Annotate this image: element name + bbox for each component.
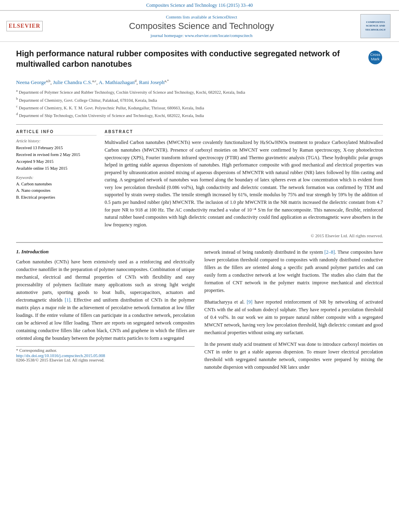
journal-ref-text: Composites Science and Technology 116 (2… bbox=[146, 2, 253, 8]
svg-text:Mark: Mark bbox=[371, 57, 379, 61]
affil-c: c Department of Chemistry, K. K. T. M. G… bbox=[16, 104, 383, 111]
footnote-area: * Corresponding author. http://dx.doi.or… bbox=[16, 346, 195, 362]
journal-title-block: Contents lists available at ScienceDirec… bbox=[47, 14, 356, 38]
body-two-col: 1. Introduction Carbon nanotubes (CNTs) … bbox=[16, 249, 383, 375]
abstract-section: ABSTRACT Multiwalled Carbon nanotubes (M… bbox=[105, 129, 383, 238]
body-paragraph-3: Bhattacharyya et al. [9] have reported r… bbox=[204, 298, 383, 337]
body-paragraph-2: network instead of being randomly distri… bbox=[204, 249, 383, 294]
crossmark-container: Cross Mark bbox=[368, 50, 383, 67]
author-1: Neena George bbox=[16, 79, 46, 85]
authors-line: Neena Georgea,b, Julie Chandra C.S.a,c, … bbox=[16, 79, 383, 86]
main-content: Cross Mark High performance natural rubb… bbox=[0, 42, 399, 382]
keyword-2: A. Nano composites bbox=[16, 187, 97, 194]
date-online: Available online 15 May 2015 bbox=[16, 165, 97, 172]
date-accepted: Accepted 9 May 2015 bbox=[16, 158, 97, 165]
abstract-heading: ABSTRACT bbox=[105, 129, 383, 136]
keyword-3: B. Electrical properties bbox=[16, 194, 97, 201]
doi-link: http://dx.doi.org/10.1016/j.compscitech.… bbox=[16, 353, 195, 358]
affil-d: d Department of Ship Technology, Cochin … bbox=[16, 111, 383, 119]
article-info-abstract: ARTICLE INFO Article history: Received 1… bbox=[16, 124, 383, 238]
elsevier-brand: ELSEVIER bbox=[8, 23, 41, 29]
corresponding-author-note: * Corresponding author. bbox=[16, 348, 195, 353]
journal-logo-image: COMPOSITESSCIENCE ANDTECHNOLOGY bbox=[360, 14, 391, 38]
journal-logo-right: COMPOSITESSCIENCE ANDTECHNOLOGY bbox=[360, 14, 393, 38]
date-revised: Received in revised form 2 May 2015 bbox=[16, 152, 97, 158]
article-dates: Received 13 February 2015 Received in re… bbox=[16, 145, 97, 172]
copyright-line: © 2015 Elsevier Ltd. All rights reserved… bbox=[105, 232, 383, 238]
keywords: A. Carbon nanotubes A. Nano composites B… bbox=[16, 181, 97, 201]
svg-text:Cross: Cross bbox=[370, 52, 380, 57]
body-right-col: network instead of being randomly distri… bbox=[204, 249, 383, 375]
journal-main-title: Composites Science and Technology bbox=[47, 21, 356, 31]
author-2: Julie Chandra C.S. bbox=[53, 79, 93, 85]
affiliations: a Department of Polymer Science and Rubb… bbox=[16, 88, 383, 119]
body-paragraph-4: In the present study acid treatment of M… bbox=[204, 341, 383, 371]
title-section: Cross Mark High performance natural rubb… bbox=[16, 48, 383, 75]
elsevier-logo: ELSEVIER bbox=[6, 21, 43, 31]
article-title: High performance natural rubber composit… bbox=[16, 48, 383, 69]
affil-b: b Department of Chemistry, Govt. College… bbox=[16, 96, 383, 103]
crossmark-icon: Cross Mark bbox=[368, 50, 383, 65]
body-paragraph-1: Carbon nanotubes (CNTs) have been extens… bbox=[16, 258, 195, 342]
history-label: Article history: bbox=[16, 139, 97, 143]
sciencedirect-link: Contents lists available at ScienceDirec… bbox=[47, 14, 356, 19]
journal-reference: Composites Science and Technology 116 (2… bbox=[0, 0, 399, 10]
author-4: Rani Joseph bbox=[139, 79, 165, 85]
abstract-text: Multiwalled Carbon nanotubes (MWCNTs) we… bbox=[105, 139, 383, 228]
issn-line: 0266-3538/© 2015 Elsevier Ltd. All right… bbox=[16, 358, 195, 362]
article-info-section: ARTICLE INFO Article history: Received 1… bbox=[16, 129, 97, 238]
body-content: 1. Introduction Carbon nanotubes (CNTs) … bbox=[16, 242, 383, 375]
section-1-title: 1. Introduction bbox=[16, 249, 195, 255]
journal-header: ELSEVIER Contents lists available at Sci… bbox=[0, 10, 399, 42]
date-received: Received 13 February 2015 bbox=[16, 145, 97, 152]
body-left-col: 1. Introduction Carbon nanotubes (CNTs) … bbox=[16, 249, 195, 375]
affil-a: a Department of Polymer Science and Rubb… bbox=[16, 88, 383, 95]
article-info-heading: ARTICLE INFO bbox=[16, 129, 97, 136]
keyword-1: A. Carbon nanotubes bbox=[16, 181, 97, 188]
author-3: A. Mathiazhagan bbox=[99, 79, 135, 85]
keywords-label: Keywords: bbox=[16, 175, 97, 180]
journal-homepage: journal homepage: www.elsevier.com/locat… bbox=[47, 33, 356, 38]
